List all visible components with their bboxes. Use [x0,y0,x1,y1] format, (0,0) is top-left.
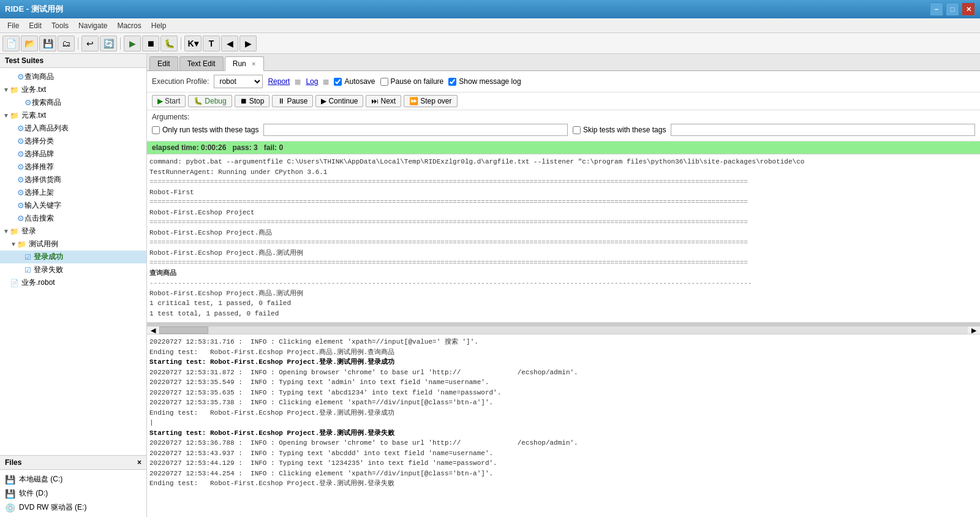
tab-run[interactable]: Run × [225,56,264,71]
expand-icon: ▼ [2,112,10,119]
sidebar-item-search-product[interactable]: ⚙ 搜索商品 [0,96,146,109]
skip-tests-input[interactable] [671,124,975,136]
next-label: Next [380,97,396,105]
menu-macros[interactable]: Macros [112,20,146,31]
tab-run-close[interactable]: × [252,60,255,67]
tab-edit[interactable]: Edit [149,56,178,70]
scroll-track[interactable] [159,326,968,334]
folder-icon: 📁 [10,111,19,120]
toolbar-t[interactable]: T [203,36,220,51]
run-buttons-bar: ▶ Start 🐛 Debug ⏹ Stop ⏸ Pause ▶ Cont [147,92,980,110]
toolbar-sep2 [120,37,121,50]
sidebar-item-select-category[interactable]: ⚙ 选择分类 [0,135,146,148]
tree-item-label: 选择推荐 [24,162,54,172]
toolbar-redo[interactable]: 🔄 [100,36,117,51]
continue-button[interactable]: ▶ Continue [315,95,363,107]
sidebar-item-business-txt[interactable]: ▼ 📁 业务.txt [0,83,146,96]
skip-tests-checkbox[interactable] [573,126,581,134]
scroll-left-button[interactable]: ◀ [147,326,159,334]
elapsed-time: elapsed time: 0:00:26 [152,143,226,152]
minimize-button[interactable]: − [930,2,943,16]
sidebar-item-select-recommend[interactable]: ⚙ 选择推荐 [0,160,146,173]
toolbar-stop[interactable]: ⏹ [142,36,159,51]
tree-area[interactable]: ⚙ 查询商品 ▼ 📁 业务.txt ⚙ 搜索商品 ▼ 📁 元素.txt ⚙ 进入… [0,68,146,455]
sidebar-item-login[interactable]: ▼ 📁 登录 [0,225,146,238]
toolbar-arrow-right[interactable]: ▶ [239,36,257,51]
pause-button[interactable]: ⏸ Pause [272,95,313,107]
debug-button[interactable]: 🐛 Debug [188,95,232,107]
toolbar-arrow-left[interactable]: ◀ [221,36,238,51]
pause-on-failure-checkbox[interactable] [380,78,388,86]
scroll-right-button[interactable]: ▶ [968,326,980,334]
tree-item-label: 进入商品列表 [24,123,69,134]
report-link[interactable]: Report [268,77,290,86]
drive-label: 软件 (D:) [19,488,48,499]
tree-item-label: 点击搜索 [24,213,54,224]
test-suites-header: Test Suites [0,54,146,68]
menu-tools[interactable]: Tools [47,20,74,31]
step-over-button[interactable]: ⏩ Step over [404,95,457,107]
tree-item-label: 搜索商品 [32,97,61,108]
sidebar-item-login-failure[interactable]: ☑ 登录失败 [0,263,146,276]
main-output-scrollbar[interactable]: ◀ ▶ [147,326,980,334]
toolbar-run[interactable]: ▶ [124,36,141,51]
drive-label: DVD RW 驱动器 (E:) [19,502,86,513]
sidebar-item-select-brand[interactable]: ⚙ 选择品牌 [0,148,146,160]
files-close-button[interactable]: × [137,458,141,467]
main-output[interactable]: command: pybot.bat --argumentfile C:\Use… [147,154,980,326]
toolbar-sep1 [78,37,78,50]
menu-help[interactable]: Help [146,20,172,31]
gear-icon: ⚙ [24,98,32,107]
toolbar-k[interactable]: K▾ [184,36,202,51]
maximize-button[interactable]: □ [946,2,959,16]
sidebar-item-query-product[interactable]: ⚙ 查询商品 [0,70,146,83]
sidebar-item-test-case[interactable]: ▼ 📁 测试用例 [0,238,146,251]
toolbar-debug[interactable]: 🐛 [160,36,178,51]
next-button[interactable]: ⏭ Next [366,95,401,107]
autosave-checkbox[interactable] [334,78,342,86]
sidebar-item-business-robot[interactable]: 📄 业务.robot [0,276,146,289]
sidebar-item-click-search[interactable]: ⚙ 点击搜索 [0,212,146,225]
sidebar-item-select-supplier[interactable]: ⚙ 选择供货商 [0,173,146,186]
only-run-input[interactable] [263,124,568,136]
drive-c[interactable]: 💾 本地磁盘 (C:) [0,472,146,486]
pause-on-failure-label: Pause on failure [391,77,444,86]
log-output[interactable]: 20220727 12:53:31.716 : INFO : Clicking … [147,334,980,517]
tab-text-edit[interactable]: Text Edit [179,56,224,70]
close-button[interactable]: ✕ [962,2,975,16]
start-button[interactable]: ▶ Start [152,95,186,107]
sidebar-item-enter-product-list[interactable]: ⚙ 进入商品列表 [0,122,146,135]
toolbar-save-all[interactable]: 🗂 [58,36,75,51]
log-sep: ▦ [323,78,329,86]
toolbar-open[interactable]: 📂 [21,36,38,51]
sidebar-item-login-success[interactable]: ☑ 登录成功 [0,251,146,263]
menubar: File Edit Tools Navigate Macros Help [0,18,980,33]
pause-on-failure-area: Pause on failure [380,77,444,86]
only-run-checkbox[interactable] [152,126,160,134]
toolbar-new[interactable]: 📄 [2,36,20,51]
folder-icon: 📁 [10,227,19,236]
debug-icon: 🐛 [194,97,203,105]
sidebar-item-element-txt[interactable]: ▼ 📁 元素.txt [0,109,146,122]
sidebar-item-select-shelf[interactable]: ⚙ 选择上架 [0,186,146,199]
scroll-thumb[interactable] [159,326,208,334]
drive-d[interactable]: 💾 软件 (D:) [0,486,146,500]
toolbar-undo[interactable]: ↩ [81,36,99,51]
toolbar-save[interactable]: 💾 [39,36,56,51]
continue-icon: ▶ [321,97,326,105]
menu-file[interactable]: File [2,20,24,31]
checkbox-icon: ☑ [24,253,31,262]
log-link[interactable]: Log [306,77,318,86]
show-message-log-checkbox[interactable] [448,78,456,86]
menu-edit[interactable]: Edit [24,20,47,31]
gear-icon: ⚙ [17,214,24,223]
expand-icon: ▼ [2,228,10,235]
menu-navigate[interactable]: Navigate [74,20,112,31]
tree-item-label: 登录 [21,226,36,236]
stop-button[interactable]: ⏹ Stop [235,95,270,107]
sidebar-item-input-keyword[interactable]: ⚙ 输入关键字 [0,199,146,212]
tree-item-label: 登录失败 [34,265,63,275]
tree-item-label: 业务.robot [21,277,55,288]
drive-e[interactable]: 💿 DVD RW 驱动器 (E:) [0,500,146,515]
exec-profile-dropdown[interactable]: robot [214,75,263,88]
